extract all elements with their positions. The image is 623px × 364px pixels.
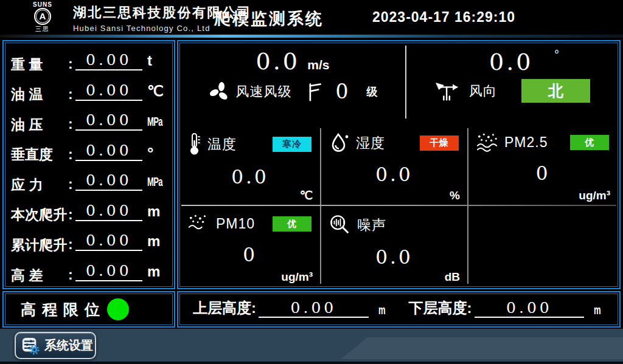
wind-direction-label: 风向 — [469, 82, 497, 100]
metric-label: 应 力 — [11, 177, 68, 193]
metric-value-field: 0.00 — [75, 262, 142, 281]
metrics-panel: 重 量: 0.00 t 油 温: 0.00 ℃ 油 压: 0.00 MPa 垂直… — [2, 40, 175, 289]
dust-icon — [187, 213, 211, 234]
metric-unit: m — [147, 263, 169, 283]
humidity-label: 湿度 — [356, 134, 385, 153]
metric-label: 本次爬升 — [11, 207, 68, 222]
pm25-unit: ug/m³ — [579, 189, 610, 202]
wind-speed-label: 风速风级 — [236, 83, 292, 101]
metric-label: 垂直度 — [11, 146, 68, 162]
pm25-value: 0 — [468, 162, 618, 184]
metric-unit: ° — [147, 147, 169, 163]
metric-value-field: 0.00 — [75, 81, 142, 101]
wind-vane-icon — [434, 80, 462, 102]
wind-direction-badge: 北 — [521, 79, 590, 103]
upper-height-unit: m — [378, 300, 389, 318]
lower-height-label: 下层高度 — [409, 300, 467, 316]
noise-unit: dB — [445, 270, 460, 284]
humidity-unit: % — [450, 189, 460, 202]
metric-unit: MPa — [147, 112, 169, 132]
noise-label: 噪声 — [357, 216, 386, 235]
pm10-value: 0 — [180, 244, 320, 266]
noise-value: 0.0 — [321, 246, 467, 268]
temperature-value: 0.0 — [180, 166, 320, 188]
lower-height-field: 0.00 — [475, 299, 585, 318]
datetime-display: 2023-04-17 16:29:10 — [372, 9, 515, 26]
metric-value-field: 0.00 — [75, 202, 142, 221]
settings-sliders-gear-icon — [21, 337, 40, 355]
wind-level-value: 0 — [336, 80, 349, 103]
company-logo: SUNS A 三思 — [15, 1, 71, 33]
humidity-status-badge: 干燥 — [420, 136, 459, 151]
elevation-limit-label: 高程限位 — [21, 300, 106, 320]
wind-level-unit: 级 — [367, 84, 378, 99]
footer-accent-shape — [341, 337, 623, 359]
metric-unit: ℃ — [147, 83, 169, 103]
wind-speed-value: 0.0 — [256, 48, 299, 75]
humidity-cell: 湿度 干燥 0.0 % — [321, 125, 467, 205]
metric-value-field: 0.00 — [75, 51, 142, 70]
metric-row-weight: 重 量: 0.00 t — [11, 45, 169, 72]
wind-level-flag-icon — [307, 82, 322, 101]
metric-unit: t — [147, 52, 169, 72]
wind-speed-unit: m/s — [307, 58, 329, 72]
noise-icon — [329, 213, 352, 236]
humidity-value: 0.0 — [321, 163, 467, 185]
metric-row-oil-temp: 油 温: 0.00 ℃ — [11, 75, 169, 103]
footer-bar: 系统设置 — [0, 329, 623, 364]
elevation-limit-status-light — [107, 298, 129, 320]
metric-value-field: 0.00 — [75, 111, 142, 131]
metric-row-total-climb: 累计爬升: 0.00 m — [11, 225, 169, 253]
wind-speed-block: 0.0 m/s 风速风级 — [180, 43, 405, 125]
temperature-label: 温度 — [207, 135, 237, 154]
temperature-status-badge: 寒冷 — [273, 137, 312, 152]
header: SUNS A 三思 湖北三思科技股份有限公司 Hubei Sansi Techn… — [0, 0, 623, 35]
metric-value-field: 0.00 — [75, 232, 142, 251]
metric-row-oil-pressure: 油 压: 0.00 MPa — [11, 105, 169, 132]
metric-value-field: 0.00 — [75, 142, 142, 161]
layer-heights-panel: 上层高度: 0.00 m 下层高度: 0.00 m — [177, 291, 621, 328]
metric-label: 累计爬升 — [11, 237, 68, 253]
upper-height-label: 上层高度 — [193, 300, 251, 316]
pm10-unit: ug/m³ — [281, 270, 313, 284]
pm25-cell: PM2.5 优 0 ug/m³ — [468, 125, 618, 205]
metric-row-current-climb: 本次爬升: 0.00 m — [11, 196, 169, 223]
metric-row-stress: 应 力: 0.00 MPa — [11, 165, 169, 193]
lower-height-unit: m — [594, 300, 605, 318]
page-title: 爬模监测系统 — [214, 8, 324, 30]
metric-label: 高 差 — [11, 267, 68, 283]
noise-cell: 噪声 0.0 dB — [321, 206, 467, 286]
pm25-label: PM2.5 — [504, 134, 548, 151]
humidity-icon — [329, 132, 350, 154]
system-settings-button[interactable]: 系统设置 — [15, 332, 96, 359]
logo-icon: A — [34, 8, 51, 25]
settings-button-label: 系统设置 — [44, 337, 93, 354]
metric-value-field: 0.00 — [75, 171, 142, 191]
climbing-formwork-monitor-screen: SUNS A 三思 湖北三思科技股份有限公司 Hubei Sansi Techn… — [0, 0, 623, 364]
metric-label: 油 压 — [11, 117, 68, 132]
metric-row-height-diff: 高 差: 0.00 m — [11, 256, 169, 283]
temperature-cell: 温度 寒冷 0.0 ℃ — [180, 125, 320, 205]
lower-height-row: 下层高度: 0.00 m — [393, 295, 609, 324]
pm10-status-badge: 优 — [273, 216, 312, 232]
fan-icon — [208, 80, 231, 103]
wind-direction-unit: ° — [554, 48, 559, 61]
pm10-label: PM10 — [216, 216, 255, 232]
metric-row-verticality: 垂直度: 0.00 ° — [11, 136, 169, 163]
empty-cell — [468, 206, 618, 286]
dust-icon — [476, 132, 499, 153]
wind-direction-value: 0.0 — [489, 49, 533, 75]
pm25-status-badge: 优 — [570, 135, 609, 150]
main-panel: 0.0 m/s 风速风级 — [177, 40, 621, 289]
upper-height-field: 0.00 — [259, 299, 369, 318]
environment-grid: 温度 寒冷 0.0 ℃ 湿度 干燥 — [180, 125, 618, 286]
elevation-limit-panel: 高程限位 — [2, 291, 175, 328]
metric-label: 重 量 — [11, 57, 68, 72]
wind-section: 0.0 m/s 风速风级 — [180, 43, 618, 125]
upper-height-row: 上层高度: 0.00 m — [189, 295, 393, 324]
metric-unit: MPa — [147, 173, 169, 193]
thermometer-icon — [187, 132, 202, 156]
temperature-unit: ℃ — [300, 188, 313, 202]
logo-cn-text: 三思 — [15, 25, 71, 33]
metric-unit: m — [147, 233, 169, 253]
